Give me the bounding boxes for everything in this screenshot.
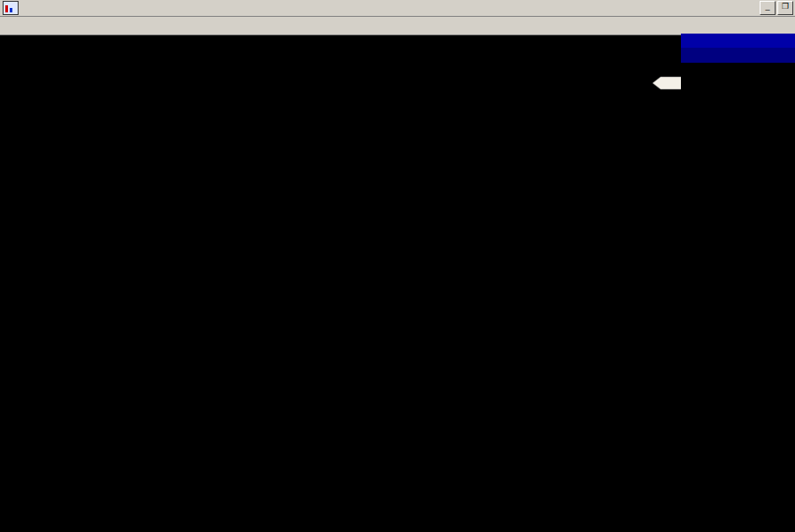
toolbar xyxy=(0,17,795,35)
sidebar-title[interactable] xyxy=(681,34,795,48)
chart-workspace[interactable] xyxy=(0,35,795,532)
app-icon xyxy=(3,1,19,15)
analysis-sidebar xyxy=(681,34,795,532)
trading-app-window: { "window": { "menu_items": ["檔案(F)","檢視… xyxy=(0,0,795,532)
sidebar-subtitle xyxy=(681,48,795,63)
minimize-button[interactable]: _ xyxy=(760,1,776,15)
restore-button[interactable]: ❐ xyxy=(777,1,793,15)
menu-bar: _ ❐ xyxy=(0,0,795,17)
